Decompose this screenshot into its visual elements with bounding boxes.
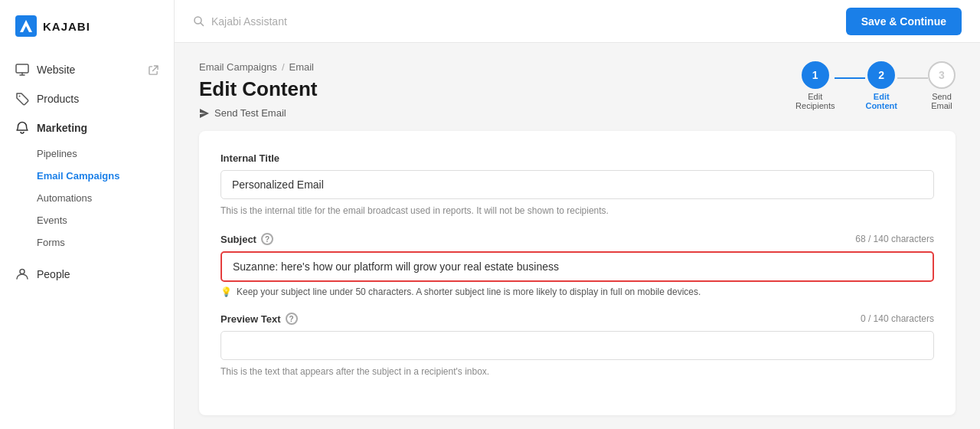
breadcrumb-parent[interactable]: Email Campaigns bbox=[199, 61, 277, 73]
sidebar-item-people[interactable]: People bbox=[0, 260, 174, 289]
search-icon bbox=[193, 15, 205, 28]
sidebar-item-website[interactable]: Website bbox=[0, 55, 174, 84]
send-icon bbox=[199, 108, 210, 119]
page-body: Email Campaigns / Email Edit Content Sen… bbox=[175, 43, 980, 429]
preview-text-input[interactable] bbox=[220, 331, 934, 360]
step-1-circle: 1 bbox=[802, 61, 829, 89]
sidebar-sub-item-automations[interactable]: Automations bbox=[0, 187, 174, 209]
step-1: 1 EditRecipients bbox=[795, 61, 835, 110]
sidebar: KAJABI Website Products bbox=[0, 0, 175, 429]
sidebar-sub-item-pipelines[interactable]: Pipelines bbox=[0, 142, 174, 165]
subject-char-count: 68 / 140 characters bbox=[855, 234, 934, 244]
internal-title-group: Internal Title This is the internal titl… bbox=[220, 152, 934, 218]
subject-input[interactable] bbox=[222, 253, 933, 280]
form-card: Internal Title This is the internal titl… bbox=[199, 131, 956, 415]
svg-point-4 bbox=[20, 270, 24, 274]
send-test-email-button[interactable]: Send Test Email bbox=[199, 107, 286, 119]
sidebar-sub-item-forms[interactable]: Forms bbox=[0, 231, 174, 254]
step-2-label: EditContent bbox=[865, 92, 897, 110]
step-3-label: SendEmail bbox=[931, 92, 952, 110]
sidebar-item-marketing[interactable]: Marketing bbox=[0, 113, 174, 142]
svg-rect-2 bbox=[16, 64, 28, 73]
step-2-circle: 2 bbox=[867, 61, 895, 89]
step-indicator: 1 EditRecipients 2 EditContent 3 SendEma… bbox=[795, 61, 956, 110]
breadcrumb-separator: / bbox=[282, 61, 285, 73]
tag-icon bbox=[15, 92, 29, 106]
person-icon bbox=[15, 267, 29, 281]
preview-text-group: Preview Text ? 0 / 140 characters This i… bbox=[220, 313, 934, 378]
send-test-label: Send Test Email bbox=[214, 107, 286, 119]
save-continue-button[interactable]: Save & Continue bbox=[846, 8, 962, 35]
monitor-icon bbox=[15, 63, 29, 77]
internal-title-label-text: Internal Title bbox=[220, 152, 279, 164]
subject-label-text: Subject bbox=[220, 234, 256, 245]
sidebar-item-marketing-label: Marketing bbox=[37, 122, 87, 134]
internal-title-input[interactable] bbox=[220, 170, 934, 199]
subject-label-left: Subject ? bbox=[220, 233, 273, 245]
subject-group: Subject ? 68 / 140 characters 💡 Keep you… bbox=[220, 233, 934, 297]
sidebar-sub-item-email-campaigns[interactable]: Email Campaigns bbox=[0, 165, 174, 187]
main-content: Kajabi Assistant Save & Continue Email C… bbox=[175, 0, 980, 429]
subject-help-icon[interactable]: ? bbox=[261, 233, 273, 245]
preview-text-char-count: 0 / 140 characters bbox=[861, 313, 934, 324]
subject-hint-text: Keep your subject line under 50 characte… bbox=[237, 287, 701, 297]
breadcrumb-current: Email bbox=[289, 61, 315, 73]
breadcrumb: Email Campaigns / Email bbox=[199, 61, 318, 73]
subject-label-row: Subject ? 68 / 140 characters bbox=[220, 233, 934, 245]
sidebar-item-people-label: People bbox=[37, 268, 70, 280]
preview-text-help-icon[interactable]: ? bbox=[286, 313, 298, 325]
search-area[interactable]: Kajabi Assistant bbox=[193, 15, 287, 28]
sidebar-item-products[interactable]: Products bbox=[0, 84, 174, 113]
page-title-area: Email Campaigns / Email Edit Content Sen… bbox=[199, 61, 318, 119]
internal-title-hint: This is the internal title for the email… bbox=[220, 204, 934, 218]
step-2: 2 EditContent bbox=[865, 61, 897, 110]
sidebar-navigation: Website Products Marketing Pipelines Ema… bbox=[0, 49, 174, 429]
sidebar-item-products-label: Products bbox=[37, 93, 79, 105]
preview-text-label-text: Preview Text bbox=[220, 313, 281, 325]
preview-text-label-row: Preview Text ? 0 / 140 characters bbox=[220, 313, 934, 325]
subject-hint: 💡 Keep your subject line under 50 charac… bbox=[220, 287, 934, 297]
sidebar-sub-item-events[interactable]: Events bbox=[0, 209, 174, 231]
top-bar: Kajabi Assistant Save & Continue bbox=[175, 0, 980, 43]
kajabi-logo-icon bbox=[15, 15, 37, 37]
step-connector-1 bbox=[835, 77, 865, 79]
sidebar-item-website-label: Website bbox=[37, 64, 75, 76]
internal-title-label: Internal Title bbox=[220, 152, 934, 164]
svg-point-3 bbox=[19, 96, 21, 97]
step-1-label: EditRecipients bbox=[795, 92, 835, 110]
search-placeholder: Kajabi Assistant bbox=[211, 15, 287, 28]
subject-field-wrapper bbox=[220, 251, 934, 282]
lightbulb-icon: 💡 bbox=[220, 287, 232, 297]
logo-text: KAJABI bbox=[43, 20, 90, 33]
svg-marker-6 bbox=[200, 109, 209, 118]
page-title: Edit Content bbox=[199, 77, 318, 101]
step-3-circle: 3 bbox=[928, 61, 956, 89]
preview-text-hint: This is the text that appears after the … bbox=[220, 365, 934, 378]
page-header-row: Email Campaigns / Email Edit Content Sen… bbox=[199, 61, 956, 119]
step-connector-2 bbox=[897, 77, 928, 79]
external-link-icon bbox=[149, 65, 158, 75]
step-3: 3 SendEmail bbox=[928, 61, 956, 110]
bell-icon bbox=[15, 121, 29, 135]
logo: KAJABI bbox=[0, 0, 174, 49]
preview-text-label-left: Preview Text ? bbox=[220, 313, 298, 325]
